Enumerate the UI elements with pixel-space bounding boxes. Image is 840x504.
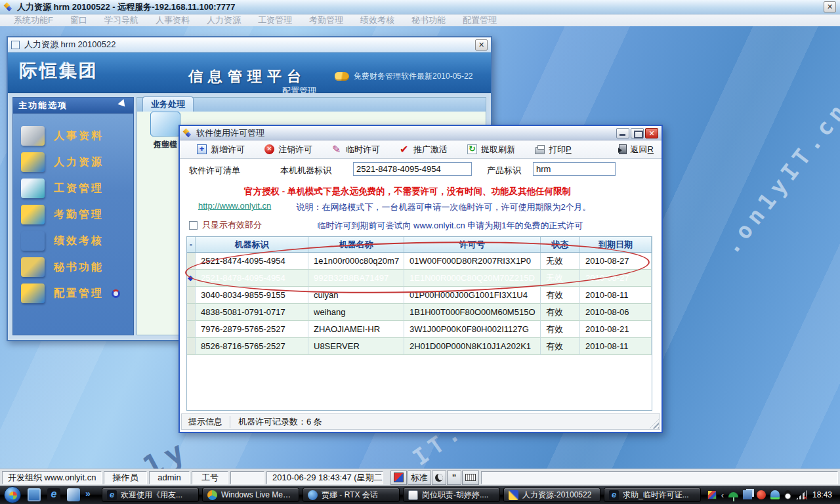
menu-item[interactable]: 窗口 [62, 14, 96, 26]
table-row[interactable]: 2521-8474-4095-4954 1e1n00r000c80q20m7 0… [187, 253, 652, 270]
sidebar-item-label: 配置管理 [54, 287, 104, 301]
task-button-icon [308, 490, 318, 500]
cell-machine-id: 8526-8716-5765-2527 [196, 338, 308, 355]
minimize-button[interactable] [616, 128, 629, 138]
menu-item[interactable]: 绩效考核 [352, 14, 403, 26]
sidebar-item[interactable]: 考勤管理 [13, 201, 133, 228]
qq-penguin-icon[interactable] [784, 490, 791, 499]
table-row[interactable]: 8526-8716-5765-2527 U8SERVER 2H01D00P000… [187, 338, 652, 355]
menu-item[interactable]: 配置管理 [454, 14, 505, 26]
toolbar-button[interactable]: 临时许可 [332, 144, 380, 156]
tab-business[interactable]: 业务处理 [142, 96, 194, 112]
task-button[interactable]: 岗位职责-胡婷婷.... [403, 488, 500, 502]
free-software-notice[interactable]: 免费财务管理软件最新2010-05-22 [335, 71, 472, 82]
app-status-bar: 开发组织 www.onlyit.cn 操作员 admin 工号 2010-06-… [0, 469, 840, 486]
sidebar-item[interactable]: 绩效考核 [13, 228, 133, 254]
close-button[interactable] [645, 128, 658, 138]
table-header-cell[interactable]: 状态 [541, 237, 580, 252]
contact-icon[interactable] [770, 490, 780, 499]
table-row[interactable]: 7976-2879-5765-2527 ZHAOJIAMEI-HR 3W1J00… [187, 321, 652, 338]
red-badge-icon[interactable] [757, 490, 766, 499]
menu-item[interactable]: 系统功能F [5, 14, 62, 26]
cell-expire-date: 2010-08-27 [580, 253, 652, 270]
menu-item[interactable]: 工资管理 [249, 14, 301, 26]
sidebar-item-label: 人力资源 [54, 156, 104, 169]
show-desktop-icon[interactable] [28, 488, 41, 501]
dialog-toolbar: 新增许可 注销许可 临时许可 推广激活 提取刷新 打印P [180, 140, 662, 159]
table-header-cell[interactable]: 到期日期 [580, 237, 652, 252]
handshake-icon [335, 72, 349, 81]
app-close-button[interactable]: ✕ [824, 1, 836, 12]
menu-item[interactable]: 人力资源 [198, 14, 249, 26]
menu-item[interactable]: 学习导航 [96, 14, 147, 26]
ime-mode-button[interactable]: 标准 [408, 471, 431, 485]
ime-logo-icon[interactable] [390, 471, 407, 485]
menu-item[interactable]: 考勤管理 [301, 14, 352, 26]
back-button[interactable]: 返回R [619, 144, 654, 156]
cell-machine-name: U8SERVER [308, 338, 404, 355]
ie-quicklaunch-icon[interactable]: e [47, 488, 60, 501]
product-input[interactable] [533, 162, 616, 176]
table-row[interactable]: 4838-5081-0791-0717 weihang 1B1H00T000F8… [187, 304, 652, 321]
row-marker [187, 253, 196, 270]
tray-input-method-icon[interactable] [707, 490, 717, 499]
ime-keyboard-icon[interactable] [462, 471, 479, 485]
toolbar-button[interactable]: 推广激活 [400, 144, 448, 156]
ime-fullhalf-icon[interactable] [432, 471, 446, 485]
onlyit-link[interactable]: http://www.onlyit.cn [198, 201, 271, 211]
toolbar-button[interactable]: 注销许可 [264, 144, 312, 156]
tray-chevron-icon[interactable]: ‹ [721, 490, 724, 499]
umbrella-icon[interactable] [728, 492, 738, 497]
task-button[interactable]: e 欢迎使用《用友... [102, 488, 199, 502]
toolbar-button[interactable]: 提取刷新 [467, 144, 515, 156]
resize-grip[interactable] [650, 419, 659, 429]
task-button-icon [408, 490, 418, 500]
sidebar-item[interactable]: 人力资源 [13, 149, 133, 175]
row-marker [187, 304, 196, 321]
wifi-error-icon[interactable] [796, 490, 807, 499]
mdi-close-button[interactable]: ✕ [475, 39, 488, 51]
restore-button[interactable] [631, 128, 644, 138]
table-row[interactable]: 3040-8034-9855-9155 culyan 01P00H000J00G… [187, 287, 652, 304]
sidebar-item-icon [21, 205, 45, 224]
table-header-cell[interactable]: 机器名称 [308, 237, 404, 252]
task-button[interactable]: 贾娜 - RTX 会话 [303, 488, 400, 502]
sidebar-item-label: 考勤管理 [54, 208, 104, 222]
cell-license-no: 3W1J00P00K0F80H002I1127G [404, 321, 541, 338]
desktop: .on1yIT.cn IT.cn on1y 人力资源 hrm 20100522 … [0, 26, 840, 469]
menu-item[interactable]: 秘书功能 [403, 14, 454, 26]
menu-item[interactable]: 人事资料 [147, 14, 198, 26]
start-button[interactable] [4, 486, 21, 503]
quicklaunch-chevron-icon[interactable]: » [85, 488, 98, 501]
table-row[interactable]: ◆ 2521-8478-4095-4954 992B32B8BA71497 1E… [187, 270, 652, 287]
app-title: 人力资源 hrm 20100522 - 远程服务-192.168.11.100:… [17, 1, 235, 13]
task-button[interactable]: 人力资源-20100522 [503, 488, 600, 502]
table-header-cell[interactable]: - [187, 237, 196, 252]
toolbar-button[interactable]: 新增许可 [197, 144, 245, 156]
temp-license-note: 临时许可到期前可尝试向 www.onlyit.cn 申请为期1年的免费的正式许可 [285, 220, 616, 232]
sidebar-item[interactable]: 配置管理 [13, 280, 133, 306]
cell-machine-name: weihang [308, 304, 404, 321]
machine-id-input[interactable] [353, 162, 472, 176]
show-valid-only-label: 只显示有效部分 [202, 219, 262, 231]
sidebar-item[interactable]: 秘书功能 [13, 254, 133, 280]
cell-status: 有效 [541, 338, 580, 355]
toolbar-button[interactable]: 打印P [535, 144, 572, 156]
row-marker [187, 287, 196, 304]
record-count: 机器许可记录数：6 条 [230, 416, 322, 428]
sidebar-item[interactable]: 人事资料 [13, 123, 133, 149]
task-button-icon [207, 490, 217, 500]
task-button[interactable]: e 求助_临时许可证... [604, 488, 701, 502]
table-header-cell[interactable]: 机器标识 [196, 237, 308, 252]
ime-punct-icon[interactable]: ” [447, 471, 461, 485]
dialog-title: 软件使用许可管理 [196, 127, 264, 139]
task-button[interactable]: Windows Live Mess... [202, 488, 299, 502]
show-valid-only-checkbox[interactable] [189, 221, 198, 230]
media-quicklaunch-icon[interactable] [67, 488, 80, 501]
sidebar-item[interactable]: 工资管理 [13, 175, 133, 201]
sidebar-items: 人事资料 人力资源 工资管理 考勤管理 [13, 114, 133, 306]
row-marker [187, 321, 196, 338]
mdi-title: 人力资源 hrm 20100522 [24, 39, 116, 51]
network-icon[interactable] [743, 490, 752, 499]
table-header-cell[interactable]: 许可号 [404, 237, 541, 252]
